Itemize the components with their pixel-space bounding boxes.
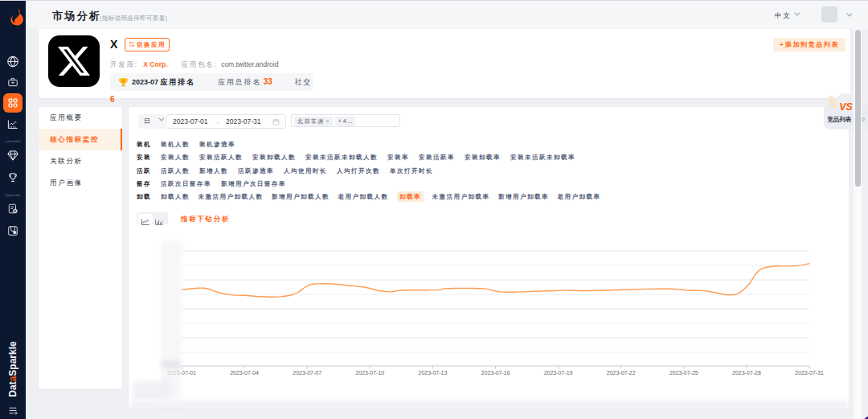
svg-text:2023-07-13: 2023-07-13	[418, 370, 447, 376]
svg-text:2023-07-04: 2023-07-04	[230, 370, 259, 376]
svg-text:2023-07-31: 2023-07-31	[795, 370, 824, 376]
svg-text:2023-07-16: 2023-07-16	[481, 370, 510, 376]
svg-text:2023-07-25: 2023-07-25	[669, 370, 698, 376]
svg-text:2023-07-28: 2023-07-28	[732, 370, 761, 376]
svg-text:2023-07-07: 2023-07-07	[293, 370, 321, 376]
svg-text:2023-07-19: 2023-07-19	[544, 370, 573, 376]
svg-text:2023-07-10: 2023-07-10	[355, 370, 384, 376]
svg-text:2023-07-22: 2023-07-22	[607, 370, 636, 376]
